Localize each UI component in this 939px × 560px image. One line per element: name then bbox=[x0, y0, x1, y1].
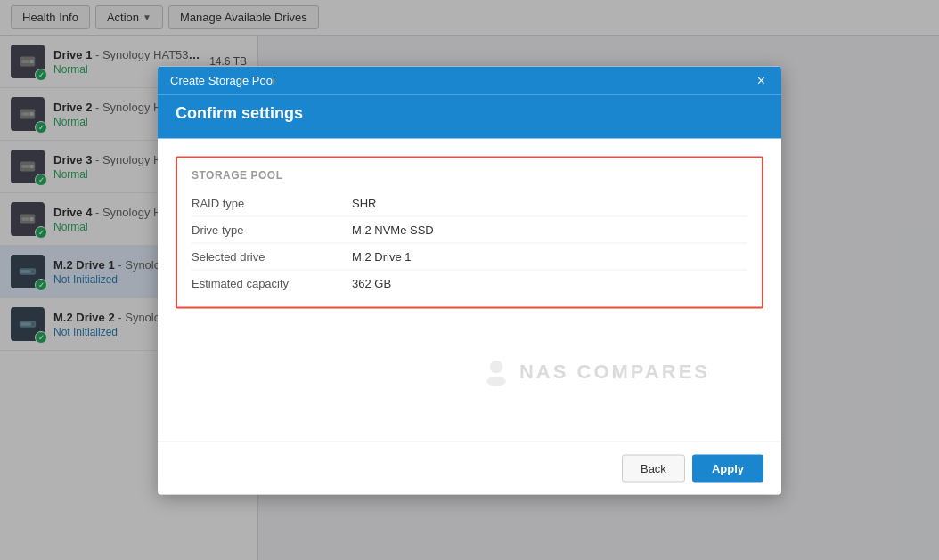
apply-button[interactable]: Apply bbox=[692, 454, 763, 482]
settings-row-capacity: Estimated capacity 362 GB bbox=[192, 270, 747, 296]
back-button[interactable]: Back bbox=[622, 454, 685, 482]
watermark: NAS COMPARES bbox=[480, 355, 710, 387]
raid-type-value: SHR bbox=[352, 196, 376, 209]
modal-heading: Confirm settings bbox=[176, 103, 763, 122]
watermark-text: NAS COMPARES bbox=[519, 360, 710, 383]
modal-title-bar: Create Storage Pool × bbox=[158, 66, 781, 94]
selected-drive-label: Selected drive bbox=[192, 249, 352, 263]
settings-row-raid: RAID type SHR bbox=[192, 190, 747, 216]
drive-type-label: Drive type bbox=[192, 223, 352, 236]
modal-close-button[interactable]: × bbox=[754, 73, 769, 87]
svg-point-19 bbox=[486, 376, 506, 386]
create-storage-pool-modal: Create Storage Pool × Confirm settings S… bbox=[158, 66, 781, 494]
selected-drive-value: M.2 Drive 1 bbox=[352, 249, 411, 263]
watermark-icon bbox=[480, 355, 512, 387]
drive-type-value: M.2 NVMe SSD bbox=[352, 223, 434, 236]
modal-footer: Back Apply bbox=[158, 441, 781, 494]
settings-row-drive-type: Drive type M.2 NVMe SSD bbox=[192, 216, 747, 243]
settings-row-selected-drive: Selected drive M.2 Drive 1 bbox=[192, 243, 747, 270]
modal-title: Create Storage Pool bbox=[170, 74, 275, 87]
settings-section-title: Storage Pool bbox=[192, 168, 747, 181]
modal-header: Confirm settings bbox=[158, 94, 781, 138]
modal-body: Storage Pool RAID type SHR Drive type M.… bbox=[158, 138, 781, 441]
estimated-capacity-value: 362 GB bbox=[352, 276, 391, 289]
svg-point-18 bbox=[490, 360, 502, 372]
estimated-capacity-label: Estimated capacity bbox=[192, 276, 352, 289]
settings-box: Storage Pool RAID type SHR Drive type M.… bbox=[176, 156, 763, 308]
raid-type-label: RAID type bbox=[192, 196, 352, 209]
